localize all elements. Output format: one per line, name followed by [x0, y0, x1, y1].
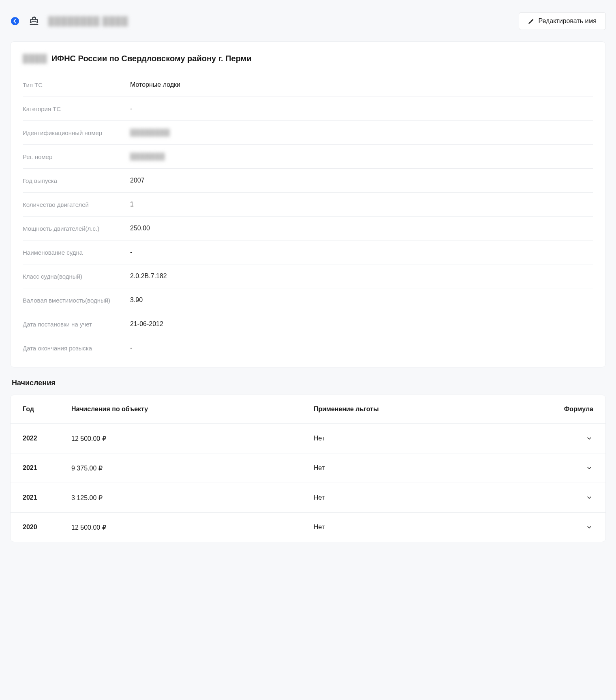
detail-row: Тип ТСМоторные лодки [23, 73, 593, 97]
cell-year: 2021 [23, 464, 71, 472]
pencil-icon [528, 18, 534, 24]
cell-benefit: Нет [314, 435, 541, 442]
detail-row: Рег. номер███████ [23, 145, 593, 169]
detail-row: Наименование судна- [23, 240, 593, 264]
cell-amount: 3 125.00 ₽ [71, 494, 314, 502]
back-arrow-icon [11, 17, 19, 26]
header-left-group: ████████ ████ [10, 15, 128, 27]
detail-label: Мощность двигателей(л.с.) [23, 225, 130, 232]
detail-value: - [130, 344, 132, 352]
detail-row: Год выпуска2007 [23, 169, 593, 193]
edit-name-label: Редактировать имя [538, 17, 597, 25]
edit-name-button[interactable]: Редактировать имя [519, 12, 606, 30]
cell-year: 2022 [23, 435, 71, 442]
back-button[interactable] [10, 16, 20, 26]
table-row: 202212 500.00 ₽Нет [11, 424, 605, 453]
detail-label: Категория ТС [23, 105, 130, 112]
cell-formula [541, 464, 593, 472]
table-row: 20213 125.00 ₽Нет [11, 483, 605, 513]
info-card: ████ ИФНС России по Свердловскому району… [10, 41, 606, 367]
expand-row-button[interactable] [585, 464, 593, 472]
card-title: ИФНС России по Свердловскому району г. П… [51, 54, 252, 63]
table-body: 202212 500.00 ₽Нет20219 375.00 ₽Нет20213… [11, 424, 605, 542]
detail-row: Дата окончания розыска- [23, 336, 593, 360]
detail-value: Моторные лодки [130, 81, 180, 88]
detail-value: 1 [130, 201, 134, 208]
detail-value: ████████ [130, 129, 170, 136]
detail-label: Тип ТС [23, 82, 130, 88]
cell-formula [541, 523, 593, 531]
detail-row: Дата постановки на учет21-06-2012 [23, 312, 593, 336]
cell-benefit: Нет [314, 524, 541, 531]
detail-row: Класс судна(водный)2.0.2В.7.182 [23, 264, 593, 288]
page-title: ████████ ████ [48, 16, 128, 26]
detail-value: 2007 [130, 177, 145, 184]
chevron-down-icon [586, 494, 592, 501]
detail-value: 2.0.2В.7.182 [130, 273, 167, 280]
card-id: ████ [23, 54, 47, 63]
detail-label: Дата окончания розыска [23, 345, 130, 352]
details-list: Тип ТСМоторные лодкиКатегория ТС-Идентиф… [23, 73, 593, 360]
cell-amount: 12 500.00 ₽ [71, 524, 314, 531]
detail-label: Идентификационный номер [23, 129, 130, 136]
detail-label: Дата постановки на учет [23, 321, 130, 328]
detail-value: - [130, 249, 132, 256]
detail-label: Рег. номер [23, 153, 130, 160]
detail-value: ███████ [130, 153, 165, 160]
card-title-row: ████ ИФНС России по Свердловскому району… [23, 54, 593, 63]
detail-label: Валовая вместимость(водный) [23, 297, 130, 304]
cell-year: 2021 [23, 494, 71, 501]
page-header: ████████ ████ Редактировать имя [10, 12, 606, 41]
col-year: Год [23, 406, 71, 413]
svg-point-0 [11, 17, 19, 25]
detail-row: Мощность двигателей(л.с.)250.00 [23, 217, 593, 240]
accruals-heading: Начисления [12, 379, 606, 387]
detail-row: Идентификационный номер████████ [23, 121, 593, 145]
detail-value: 3.90 [130, 296, 143, 304]
detail-value: 21-06-2012 [130, 320, 163, 328]
table-row: 20219 375.00 ₽Нет [11, 453, 605, 483]
col-amount: Начисления по объекту [71, 406, 314, 413]
expand-row-button[interactable] [585, 523, 593, 531]
detail-value: 250.00 [130, 225, 150, 232]
chevron-down-icon [586, 435, 592, 442]
cell-amount: 9 375.00 ₽ [71, 464, 314, 472]
expand-row-button[interactable] [585, 434, 593, 442]
detail-row: Количество двигателей1 [23, 193, 593, 217]
ship-icon [28, 15, 40, 27]
detail-row: Валовая вместимость(водный)3.90 [23, 288, 593, 312]
accruals-table: Год Начисления по объекту Применение льг… [10, 395, 606, 542]
cell-year: 2020 [23, 524, 71, 531]
detail-label: Год выпуска [23, 177, 130, 184]
table-header-row: Год Начисления по объекту Применение льг… [11, 395, 605, 424]
detail-label: Количество двигателей [23, 201, 130, 208]
table-row: 202012 500.00 ₽Нет [11, 513, 605, 542]
cell-formula [541, 494, 593, 502]
chevron-down-icon [586, 465, 592, 471]
expand-row-button[interactable] [585, 494, 593, 502]
col-benefit: Применение льготы [314, 406, 541, 413]
col-formula: Формула [541, 406, 593, 413]
cell-formula [541, 434, 593, 442]
cell-amount: 12 500.00 ₽ [71, 435, 314, 442]
detail-row: Категория ТС- [23, 97, 593, 121]
chevron-down-icon [586, 524, 592, 530]
cell-benefit: Нет [314, 494, 541, 501]
detail-label: Наименование судна [23, 249, 130, 256]
detail-value: - [130, 105, 132, 112]
detail-label: Класс судна(водный) [23, 273, 130, 280]
cell-benefit: Нет [314, 464, 541, 472]
